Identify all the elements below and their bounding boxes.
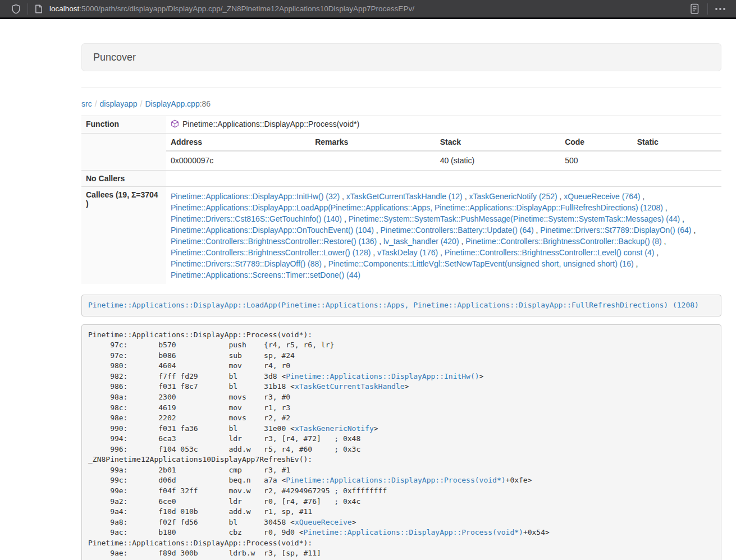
callee-link[interactable]: Pinetime::System::SystemTask::PushMessag… xyxy=(349,214,680,223)
callee-link[interactable]: Pinetime::Controllers::BrightnessControl… xyxy=(171,248,371,257)
metrics-table: Address Remarks Stack Code Static 0x0000… xyxy=(166,134,721,170)
callee-link[interactable]: Pinetime::Controllers::BrightnessControl… xyxy=(171,237,377,246)
no-callers-cell xyxy=(166,171,721,187)
callee-link[interactable]: Pinetime::Controllers::BrightnessControl… xyxy=(445,248,654,257)
function-name-cell: Pinetime::Applications::DisplayApp::Proc… xyxy=(166,116,721,134)
callee-link[interactable]: Pinetime::Drivers::St7789::DisplayOn() (… xyxy=(540,226,691,235)
callee-link[interactable]: vTaskDelay (176) xyxy=(377,248,438,257)
address-bar[interactable]: localhost:5000/path/src/displayapp/Displ… xyxy=(49,4,685,13)
symbol-link[interactable]: xTaskGetCurrentTaskHandle xyxy=(295,382,405,391)
column-remarks: Remarks xyxy=(310,134,436,151)
table-row-metrics: Address Remarks Stack Code Static 0x0000… xyxy=(81,134,721,171)
table-row-function: Function Pinetime::Applications::Display… xyxy=(81,116,721,134)
disassembly-block: Pinetime::Applications::DisplayApp::Proc… xyxy=(81,324,721,560)
callee-link[interactable]: Pinetime::Applications::DisplayApp::Load… xyxy=(171,203,663,212)
table-row-callees: Callees (19, Σ=3704 ) Pinetime::Applicat… xyxy=(81,187,721,284)
callee-link[interactable]: xTaskGetCurrentTaskHandle (12) xyxy=(346,192,463,201)
disassembly-code: Pinetime::Applications::DisplayApp::Proc… xyxy=(88,331,550,560)
page-container: Puncover src/displayapp/DisplayApp.cpp:8… xyxy=(81,19,721,560)
callee-link[interactable]: Pinetime::Drivers::Cst816S::GetTouchInfo… xyxy=(171,214,342,223)
column-stack: Stack xyxy=(436,134,561,151)
callee-link[interactable]: Pinetime::Applications::Screens::Timer::… xyxy=(171,270,360,279)
static-value xyxy=(633,151,721,170)
function-name: Pinetime::Applications::DisplayApp::Proc… xyxy=(182,120,359,128)
breadcrumb-separator: / xyxy=(95,99,97,108)
function-table: Function Pinetime::Applications::Display… xyxy=(81,116,721,284)
column-address: Address xyxy=(166,134,310,151)
app-header: Puncover xyxy=(81,43,721,71)
column-code: Code xyxy=(560,134,633,151)
symbol-link[interactable]: xTaskGenericNotify xyxy=(295,424,374,433)
page-title: Puncover xyxy=(93,51,710,63)
code-value: 500 xyxy=(560,151,633,170)
function-label: Function xyxy=(81,116,166,134)
symbol-link[interactable]: Pinetime::Applications::DisplayApp::Init… xyxy=(286,372,479,380)
shield-icon[interactable] xyxy=(8,4,24,14)
address-value: 0x0000097c xyxy=(166,151,310,170)
cube-icon xyxy=(171,120,179,130)
breadcrumb-separator: / xyxy=(140,99,143,108)
callee-link[interactable]: lv_task_handler (420) xyxy=(383,237,459,246)
callees-label: Callees (19, Σ=3704 ) xyxy=(81,187,166,284)
symbol-link[interactable]: Pinetime::Applications::DisplayApp::Proc… xyxy=(304,528,523,536)
metrics-label-empty xyxy=(81,134,166,171)
callee-link[interactable]: xQueueReceive (764) xyxy=(564,192,640,201)
metrics-header-row: Address Remarks Stack Code Static xyxy=(166,134,721,151)
callee-link[interactable]: Pinetime::Components::LittleVgl::SetNewT… xyxy=(328,259,634,268)
remarks-value xyxy=(310,151,436,170)
toolbar-divider xyxy=(707,3,708,15)
symbol-link[interactable]: Pinetime::Applications::DisplayApp::Proc… xyxy=(286,476,505,484)
symbol-link[interactable]: xQueueReceive xyxy=(295,518,352,526)
toolbar-divider xyxy=(28,3,28,15)
breadcrumb-link-src[interactable]: src xyxy=(81,99,92,108)
url-path: :5000/path/src/displayapp/DisplayApp.cpp… xyxy=(79,4,414,13)
callee-link[interactable]: xTaskGenericNotify (252) xyxy=(469,192,557,201)
overflow-menu-icon[interactable] xyxy=(711,7,729,11)
callee-link[interactable]: Pinetime::Applications::DisplayApp::OnTo… xyxy=(171,226,374,235)
metrics-value-row: 0x0000097c 40 (static) 500 xyxy=(166,151,721,170)
stack-value: 40 (static) xyxy=(436,151,561,170)
selected-callee-block: Pinetime::Applications::DisplayApp::Load… xyxy=(81,295,721,316)
breadcrumb-link-file[interactable]: DisplayApp.cpp xyxy=(145,99,199,108)
callee-link[interactable]: Pinetime::Drivers::St7789::DisplayOff() … xyxy=(171,259,322,268)
no-callers-label: No Callers xyxy=(81,171,166,187)
column-static: Static xyxy=(633,134,721,151)
table-row-no-callers: No Callers xyxy=(81,171,721,187)
breadcrumb-link-displayapp[interactable]: displayapp xyxy=(100,99,138,108)
selected-callee-link[interactable]: Pinetime::Applications::DisplayApp::Load… xyxy=(88,301,699,309)
page-info-icon[interactable] xyxy=(31,4,46,13)
breadcrumb-line-number: :86 xyxy=(200,99,211,108)
url-host: localhost xyxy=(49,4,79,13)
browser-toolbar: localhost:5000/path/src/displayapp/Displ… xyxy=(0,0,736,19)
callee-link[interactable]: Pinetime::Controllers::BrightnessControl… xyxy=(465,237,661,246)
callees-list: Pinetime::Applications::DisplayApp::Init… xyxy=(166,187,721,284)
reader-mode-icon[interactable] xyxy=(685,3,704,15)
breadcrumb: src/displayapp/DisplayApp.cpp:86 xyxy=(81,99,721,108)
callee-link[interactable]: Pinetime::Applications::DisplayApp::Init… xyxy=(171,192,340,201)
header-divider xyxy=(81,88,721,88)
callee-link[interactable]: Pinetime::Controllers::Battery::Update()… xyxy=(381,226,534,235)
